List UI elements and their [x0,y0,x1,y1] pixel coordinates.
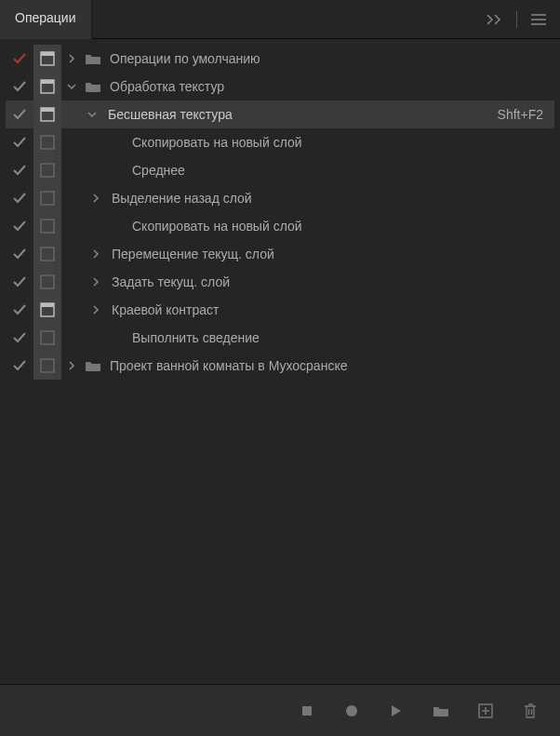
dialog-toggle-icon[interactable] [33,100,61,128]
svg-rect-13 [41,248,54,261]
svg-rect-10 [41,164,54,177]
action-row[interactable]: Среднее [6,156,554,184]
new-action-button[interactable] [476,702,495,720]
toggle-check-icon[interactable] [6,128,33,156]
folder-icon [82,73,104,100]
play-button[interactable] [387,702,406,720]
dialog-toggle-icon[interactable] [33,212,61,240]
stop-button[interactable] [298,702,316,720]
chevron-right-icon[interactable] [86,240,106,268]
action-label: Выделение назад слой [106,191,554,206]
svg-point-20 [346,705,357,716]
svg-rect-8 [41,108,54,112]
chevron-right-icon[interactable] [86,268,106,296]
chevron-down-icon[interactable] [82,100,102,128]
action-label: Перемещение текущ. слой [106,247,554,261]
action-row[interactable]: Выполнить сведение [6,324,554,352]
dialog-toggle-icon[interactable] [33,73,61,100]
chevron-placeholder [106,128,127,156]
panel-menu-icon[interactable] [530,11,547,28]
svg-rect-12 [41,220,54,233]
dialog-toggle-icon[interactable] [33,324,61,352]
toggle-check-icon[interactable] [6,352,33,380]
action-label: Обработка текстур [104,79,554,94]
chevron-placeholder [106,324,127,352]
svg-rect-16 [41,303,54,307]
toggle-check-icon[interactable] [6,45,33,73]
new-set-button[interactable] [432,702,450,720]
toggle-check-icon[interactable] [6,100,33,128]
action-row[interactable]: Краевой контраст [6,296,554,324]
svg-rect-4 [41,52,54,56]
svg-rect-6 [41,80,54,84]
dialog-toggle-icon[interactable] [33,156,61,184]
svg-rect-19 [302,706,312,716]
svg-rect-14 [41,275,54,288]
chevron-right-icon[interactable] [61,352,82,380]
chevron-placeholder [106,212,127,240]
action-label: Операции по умолчанию [104,51,554,66]
chevron-right-icon[interactable] [86,184,106,212]
action-label: Краевой контраст [106,302,554,317]
dialog-toggle-icon[interactable] [33,268,61,296]
dialog-toggle-icon[interactable] [33,45,61,73]
tab-actions[interactable]: Операции [0,0,92,39]
svg-rect-9 [41,136,54,149]
action-row[interactable]: Бесшевная текстураShft+F2 [6,100,554,128]
chevron-right-icon[interactable] [86,296,106,324]
action-row[interactable]: Обработка текстур [6,73,554,100]
toggle-check-icon[interactable] [6,212,33,240]
folder-icon [82,45,104,73]
header-spacer [92,0,487,38]
panel-header: Операции [0,0,560,39]
toggle-check-icon[interactable] [6,156,33,184]
dialog-toggle-icon[interactable] [33,240,61,268]
chevron-placeholder [106,156,127,184]
shortcut-label: Shft+F2 [498,107,554,122]
action-label: Скопировать на новый слой [127,135,554,150]
toggle-check-icon[interactable] [6,268,33,296]
svg-rect-17 [41,331,54,344]
action-row[interactable]: Скопировать на новый слой [6,128,554,156]
actions-tree[interactable]: Операции по умолчаниюОбработка текстурБе… [0,39,560,684]
dialog-toggle-icon[interactable] [33,352,61,380]
action-label: Среднее [127,163,554,178]
action-label: Скопировать на новый слой [127,219,554,234]
action-row[interactable]: Перемещение текущ. слой [6,240,554,268]
chevron-right-icon[interactable] [61,45,82,73]
action-row[interactable]: Выделение назад слой [6,184,554,212]
action-row[interactable]: Скопировать на новый слой [6,212,554,240]
trash-button[interactable] [521,702,540,720]
action-row[interactable]: Задать текущ. слой [6,268,554,296]
folder-icon [82,352,104,380]
dialog-toggle-icon[interactable] [33,184,61,212]
header-divider [516,11,517,28]
toggle-check-icon[interactable] [6,240,33,268]
toggle-check-icon[interactable] [6,296,33,324]
chevron-down-icon[interactable] [61,73,82,100]
record-button[interactable] [342,702,361,720]
action-label: Задать текущ. слой [106,274,554,289]
action-label: Проект ванной комнаты в Мухосранске [104,358,554,373]
svg-rect-11 [41,192,54,205]
header-actions [487,0,560,38]
action-label: Выполнить сведение [127,330,554,345]
toggle-check-icon[interactable] [6,324,33,352]
action-label: Бесшевная текстура [102,107,498,122]
bottom-toolbar [0,684,560,736]
dialog-toggle-icon[interactable] [33,128,61,156]
toggle-check-icon[interactable] [6,184,33,212]
collapse-panel-icon[interactable] [487,11,503,28]
dialog-toggle-icon[interactable] [33,296,61,324]
toggle-check-icon[interactable] [6,73,33,100]
svg-rect-18 [41,359,54,372]
action-row[interactable]: Проект ванной комнаты в Мухосранске [6,352,554,380]
action-row[interactable]: Операции по умолчанию [6,45,554,73]
